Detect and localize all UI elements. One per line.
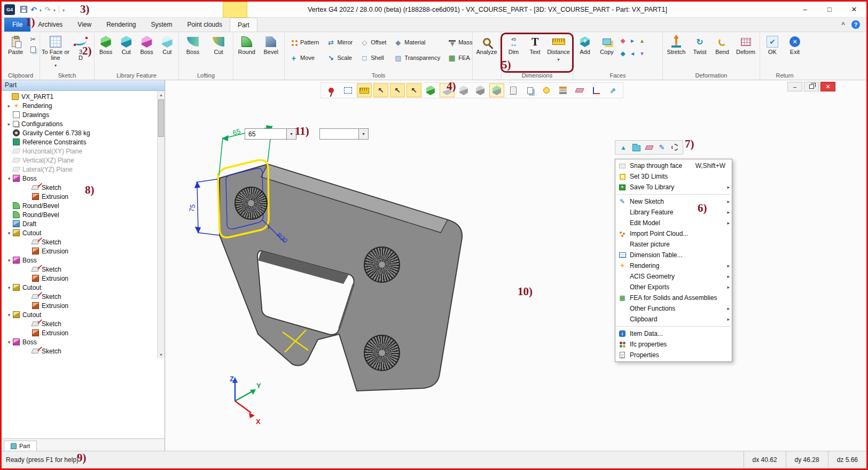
expand-icon[interactable] xyxy=(6,103,12,109)
expand-icon[interactable] xyxy=(6,258,12,263)
undo-caret-icon[interactable] xyxy=(40,6,42,13)
minimize-button[interactable]: – xyxy=(793,2,817,18)
triad-icon[interactable] xyxy=(589,83,604,97)
redo-button[interactable] xyxy=(43,5,52,14)
collapse-ribbon-icon[interactable] xyxy=(841,21,845,28)
eraser-icon[interactable] xyxy=(572,83,587,97)
library-boss2-button[interactable]: Boss xyxy=(137,33,157,55)
context-menu-item[interactable]: Import Point Cloud... xyxy=(615,228,732,239)
expand-icon[interactable] xyxy=(6,176,12,181)
face-op-icon[interactable] xyxy=(638,49,646,58)
ok-button[interactable]: OK xyxy=(762,33,783,55)
shaded-view-icon[interactable] xyxy=(456,83,471,97)
context-menu-item[interactable]: Snap through faceW,Shift+W xyxy=(615,160,732,171)
copy-sheet-icon[interactable] xyxy=(522,83,537,97)
lamp-icon[interactable] xyxy=(539,83,554,97)
face-select-view-icon[interactable] xyxy=(489,83,504,97)
scale-button[interactable]: Scale xyxy=(325,50,354,65)
tree-item[interactable]: Reference Constraints xyxy=(2,137,157,147)
face-op-icon[interactable] xyxy=(619,36,627,45)
tree-item[interactable]: Horizontal(XY) Plane xyxy=(2,147,157,156)
app-icon[interactable]: G4 xyxy=(4,4,15,15)
doc-restore-button[interactable] xyxy=(804,82,819,91)
tree-item[interactable]: Boss xyxy=(2,174,157,183)
lofting-cut-button[interactable]: Cut xyxy=(206,33,231,55)
hidden-line-view-icon[interactable] xyxy=(473,83,488,97)
scrollbar-thumb[interactable] xyxy=(158,99,164,137)
text-button[interactable]: T Text xyxy=(525,33,545,55)
context-menu-item[interactable]: FEA for Solids and Assemblies xyxy=(615,292,732,303)
fea-button[interactable]: FEA xyxy=(447,50,473,65)
cut-icon[interactable] xyxy=(29,35,37,43)
expand-icon[interactable] xyxy=(6,312,12,318)
tree-item[interactable]: Extrusion xyxy=(2,301,157,310)
offset-button[interactable]: Offset xyxy=(359,35,387,50)
tree-item[interactable]: Sketch xyxy=(2,183,157,192)
context-menu-item[interactable]: ACIS Geometry xyxy=(615,271,732,282)
help-icon[interactable]: ? xyxy=(851,20,860,29)
tree-item[interactable]: VX_PART1 xyxy=(2,92,157,101)
panel-tab-part[interactable]: Part xyxy=(4,441,37,451)
material-button[interactable]: Material xyxy=(393,35,441,50)
paste-button[interactable]: Paste xyxy=(3,33,28,55)
bevel-button[interactable]: Bevel xyxy=(260,33,283,55)
sketch-to-face-button[interactable]: To Face or line xyxy=(42,33,69,68)
context-menu-item[interactable]: Edit Model xyxy=(615,218,732,228)
tree-item[interactable]: Sketch xyxy=(2,319,157,328)
tree-item[interactable]: Cutout xyxy=(2,310,157,319)
wireframe-view-icon[interactable] xyxy=(440,83,455,97)
tree-item[interactable]: Sketch xyxy=(2,292,157,301)
expand-icon[interactable] xyxy=(6,285,12,290)
settings-icon[interactable] xyxy=(670,143,679,152)
pick-axis-icon[interactable] xyxy=(390,83,405,97)
context-menu-item[interactable]: Set 3D Limits xyxy=(615,171,732,182)
mirror-button[interactable]: Mirror xyxy=(325,35,354,50)
face-op-icon[interactable] xyxy=(628,49,637,58)
expand-icon[interactable] xyxy=(6,230,12,236)
context-menu-item[interactable]: Save To Library xyxy=(615,182,732,192)
pick-point-icon[interactable] xyxy=(373,83,388,97)
solid-view-icon[interactable] xyxy=(423,83,438,97)
context-menu-item[interactable]: Library Feature xyxy=(615,207,732,218)
tree-item[interactable]: Drawings xyxy=(2,110,157,119)
ruler-icon[interactable] xyxy=(357,83,372,97)
menu-tab-archives[interactable]: Archives xyxy=(30,18,70,32)
context-menu-item[interactable]: Clipboard xyxy=(615,314,732,325)
menu-tab-system[interactable]: System xyxy=(144,18,180,32)
combo-caret-icon[interactable] xyxy=(286,129,296,139)
shell-button[interactable]: Shell xyxy=(359,50,387,65)
tree-item[interactable]: Extrusion xyxy=(2,328,157,337)
tree-item[interactable]: Extrusion xyxy=(2,192,157,201)
copy-icon[interactable] xyxy=(29,45,37,54)
menu-tab-file[interactable]: File xyxy=(4,18,30,32)
expand-icon[interactable] xyxy=(6,121,12,127)
pin-icon[interactable] xyxy=(324,83,339,97)
context-menu-item[interactable]: Properties xyxy=(615,350,732,360)
library-boss-button[interactable]: Boss xyxy=(96,33,115,55)
mass-button[interactable]: Mass xyxy=(447,35,473,50)
tree-item[interactable]: Extrusion xyxy=(2,246,157,256)
context-menu-item[interactable]: Rendering xyxy=(615,260,732,271)
face-op-icon[interactable] xyxy=(628,36,637,45)
viewport-canvas[interactable]: – ✕ 65 R30 xyxy=(166,80,866,451)
face-op-icon[interactable] xyxy=(638,36,646,45)
scroll-down-icon[interactable]: ▼ xyxy=(158,351,165,358)
menu-tab-point-clouds[interactable]: Point clouds xyxy=(180,18,230,32)
tree-item[interactable]: Gravity Center 6.738 kg xyxy=(2,128,157,137)
filter-icon[interactable] xyxy=(619,143,628,152)
layers-icon[interactable] xyxy=(556,83,570,97)
sheet-icon[interactable] xyxy=(506,83,521,97)
tree-scrollbar[interactable]: ▲ ▼ xyxy=(157,91,165,358)
tree-item[interactable]: Boss xyxy=(2,256,157,265)
tree-item[interactable]: Configurations xyxy=(2,119,157,128)
lofting-boss-button[interactable]: Boss xyxy=(181,33,205,55)
maximize-button[interactable]: □ xyxy=(817,2,842,18)
menu-tab-rendering[interactable]: Rendering xyxy=(99,18,143,32)
tree-item[interactable]: Sketch xyxy=(2,237,157,246)
tree-item[interactable]: Round/Bevel xyxy=(2,210,157,219)
redo-caret-icon[interactable] xyxy=(53,6,56,13)
export-icon[interactable] xyxy=(605,83,620,97)
transparency-button[interactable]: Transparency xyxy=(393,50,441,65)
sketch-3d-button[interactable]: 3 D xyxy=(71,33,91,61)
pattern-button[interactable]: Pattern xyxy=(288,35,320,50)
